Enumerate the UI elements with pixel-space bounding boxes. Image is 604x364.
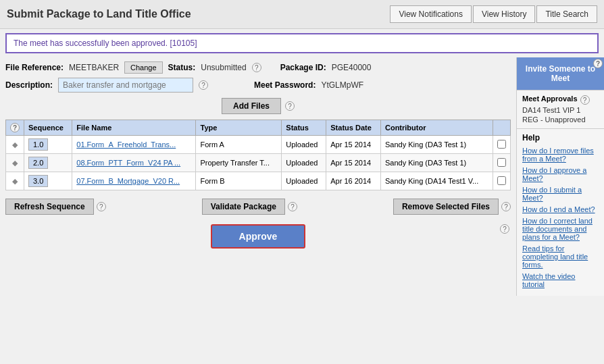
unapproved-text: DA14 Test1 VIP 1 REG - Unapproved bbox=[522, 106, 586, 124]
validate-help-icon[interactable]: ? bbox=[288, 202, 297, 211]
remove-help-icon[interactable]: ? bbox=[501, 202, 511, 211]
filename-cell: 07.Form_B_Mortgage_V20 R... bbox=[72, 172, 196, 190]
help-link-2[interactable]: How do I submit a Meet? bbox=[522, 186, 599, 202]
row-checkbox-cell bbox=[493, 154, 511, 172]
status-cell: Uploaded bbox=[282, 154, 326, 172]
th-filename: File Name bbox=[72, 120, 196, 136]
status-label: Status: bbox=[168, 63, 196, 72]
remove-selected-button[interactable]: Remove Selected Files bbox=[393, 199, 499, 215]
th-status: Status bbox=[282, 120, 326, 136]
row-checkbox[interactable] bbox=[497, 140, 506, 149]
change-button[interactable]: Change bbox=[124, 61, 163, 74]
approve-help-icon[interactable]: ? bbox=[500, 224, 509, 234]
drag-handle[interactable]: ◆ bbox=[6, 136, 24, 154]
seq-cell: 3.0 bbox=[24, 172, 72, 190]
notification-message: The meet has successfully been approved.… bbox=[14, 38, 197, 48]
status-cell: Uploaded bbox=[282, 136, 326, 154]
filename-cell: 08.Form_PTT_Form_V24 PA ... bbox=[72, 154, 196, 172]
th-type: Type bbox=[196, 120, 282, 136]
seq-cell: 2.0 bbox=[24, 154, 72, 172]
right-panel: ? Invite Someone to Meet Meet Approvals … bbox=[516, 57, 604, 296]
th-checkbox bbox=[493, 120, 511, 136]
status-value: Unsubmitted bbox=[201, 63, 246, 72]
file-reference-value: MEETBAKER bbox=[69, 63, 119, 72]
page-title: Submit Package to Land Title Office bbox=[7, 8, 191, 20]
invite-help-icon[interactable]: ? bbox=[593, 59, 603, 68]
form-row-1: File Reference: MEETBAKER Change Status:… bbox=[5, 61, 511, 74]
meet-password-label: Meet Password: bbox=[254, 80, 316, 90]
meet-password-value: YtGLMpWF bbox=[321, 80, 363, 90]
file-link[interactable]: 08.Form_PTT_Form_V24 PA ... bbox=[76, 159, 180, 167]
approve-row: Approve ? bbox=[5, 224, 511, 249]
filename-cell: 01.Form_A_Freehold_Trans... bbox=[72, 136, 196, 154]
bottom-buttons: Refresh Sequence ? Validate Package ? Re… bbox=[5, 196, 511, 217]
add-files-help-icon[interactable]: ? bbox=[285, 101, 295, 111]
validate-package-button[interactable]: Validate Package bbox=[202, 199, 285, 215]
row-checkbox[interactable] bbox=[497, 158, 506, 167]
th-help: ? bbox=[6, 120, 24, 136]
file-link[interactable]: 07.Form_B_Mortgage_V20 R... bbox=[76, 177, 180, 185]
status-date-cell: Apr 15 2014 bbox=[326, 154, 381, 172]
top-bar: Submit Package to Land Title Office View… bbox=[0, 0, 604, 29]
view-history-button[interactable]: View History bbox=[473, 5, 535, 23]
add-files-row: Add Files ? bbox=[5, 98, 511, 114]
refresh-help-icon[interactable]: ? bbox=[97, 202, 106, 211]
description-label: Description: bbox=[5, 80, 53, 90]
table-row: ◆ 3.0 07.Form_B_Mortgage_V20 R... Form B… bbox=[6, 172, 511, 190]
drag-handle[interactable]: ◆ bbox=[6, 172, 24, 190]
help-section: Help How do I remove files from a Meet?H… bbox=[517, 128, 604, 296]
invite-title: Invite Someone to Meet bbox=[526, 64, 595, 83]
help-link-3[interactable]: How do I end a Meet? bbox=[522, 205, 599, 213]
table-help-icon[interactable]: ? bbox=[10, 123, 20, 132]
th-sequence: Sequence bbox=[24, 120, 72, 136]
row-checkbox-cell bbox=[493, 136, 511, 154]
view-notifications-button[interactable]: View Notifications bbox=[390, 5, 472, 23]
title-search-button[interactable]: Title Search bbox=[536, 5, 597, 23]
main-content: File Reference: MEETBAKER Change Status:… bbox=[0, 57, 604, 296]
file-reference-label: File Reference: bbox=[5, 63, 64, 72]
file-link[interactable]: 01.Form_A_Freehold_Trans... bbox=[76, 140, 176, 149]
help-link-5[interactable]: Read tips for completing land title form… bbox=[522, 244, 599, 269]
refresh-sequence-button[interactable]: Refresh Sequence bbox=[5, 199, 94, 215]
meet-approvals-help-icon[interactable]: ? bbox=[580, 95, 590, 105]
row-checkbox-cell bbox=[493, 172, 511, 190]
contributor-cell: Sandy King (DA14 Test1 V... bbox=[380, 172, 493, 190]
type-cell: Form B bbox=[196, 172, 282, 190]
file-table: ? Sequence File Name Type Status Status … bbox=[5, 120, 511, 190]
package-id-value: PGE40000 bbox=[332, 63, 372, 72]
form-row-2: Description: ? Meet Password: YtGLMpWF bbox=[5, 78, 511, 93]
approve-button[interactable]: Approve bbox=[211, 224, 306, 249]
status-cell: Uploaded bbox=[282, 172, 326, 190]
help-link-6[interactable]: Watch the video tutorial bbox=[522, 272, 599, 288]
contributor-cell: Sandy King (DA3 Test 1) bbox=[380, 136, 493, 154]
invite-box[interactable]: ? Invite Someone to Meet bbox=[517, 57, 604, 90]
th-status-date: Status Date bbox=[326, 120, 381, 136]
help-link-1[interactable]: How do I approve a Meet? bbox=[522, 166, 599, 182]
help-link-0[interactable]: How do I remove files from a Meet? bbox=[522, 147, 599, 163]
status-date-cell: Apr 15 2014 bbox=[326, 136, 381, 154]
top-buttons: View Notifications View History Title Se… bbox=[390, 5, 597, 23]
table-row: ◆ 1.0 01.Form_A_Freehold_Trans... Form A… bbox=[6, 136, 511, 154]
th-contributor: Contributor bbox=[380, 120, 493, 136]
row-checkbox[interactable] bbox=[497, 176, 506, 185]
package-id-label: Package ID: bbox=[280, 63, 326, 72]
meet-approvals-title: Meet Approvals bbox=[522, 95, 578, 103]
notification-bar: The meet has successfully been approved.… bbox=[5, 33, 599, 53]
type-cell: Form A bbox=[196, 136, 282, 154]
description-input[interactable] bbox=[58, 78, 193, 93]
seq-cell: 1.0 bbox=[24, 136, 72, 154]
meet-approvals-section: Meet Approvals ? DA14 Test1 VIP 1 REG - … bbox=[517, 90, 604, 128]
type-cell: Property Transfer T... bbox=[196, 154, 282, 172]
table-row: ◆ 2.0 08.Form_PTT_Form_V24 PA ... Proper… bbox=[6, 154, 511, 172]
contributor-cell: Sandy King (DA3 Test 1) bbox=[380, 154, 493, 172]
status-help-icon[interactable]: ? bbox=[252, 63, 261, 72]
status-date-cell: Apr 16 2014 bbox=[326, 172, 381, 190]
add-files-button[interactable]: Add Files bbox=[222, 98, 281, 114]
help-title: Help bbox=[522, 133, 599, 142]
left-panel: File Reference: MEETBAKER Change Status:… bbox=[0, 57, 516, 296]
help-link-4[interactable]: How do I correct land title documents an… bbox=[522, 217, 599, 241]
drag-handle[interactable]: ◆ bbox=[6, 154, 24, 172]
description-help-icon[interactable]: ? bbox=[199, 80, 208, 90]
